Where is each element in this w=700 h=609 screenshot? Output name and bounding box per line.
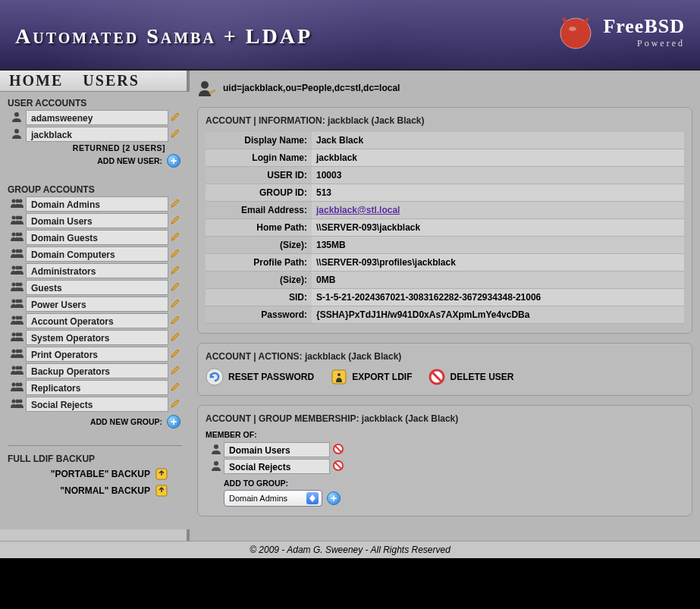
user-link-jackblack[interactable]: jackblack — [26, 127, 168, 142]
info-row: (Size): 0MB — [206, 272, 684, 289]
add-to-group-select[interactable]: Domain Admins — [224, 490, 322, 507]
pencil-icon[interactable] — [170, 231, 180, 242]
group-row: Social Rejects — [8, 397, 182, 412]
svg-point-19 — [19, 265, 23, 269]
reset-password-label: RESET PASSWORD — [228, 372, 314, 382]
group-icon — [10, 331, 24, 342]
export-icon — [331, 369, 347, 385]
user-large-icon — [197, 80, 217, 96]
svg-point-41 — [12, 399, 16, 403]
group-link[interactable]: Domain Users — [26, 213, 168, 228]
info-row: Password: {SSHA}PxTdJ1H/w941D0xAs7AXpmLm… — [206, 306, 684, 324]
reset-password-button[interactable]: RESET PASSWORD — [206, 368, 314, 386]
backup-heading: FULL LDIF BACKUP — [8, 454, 182, 464]
export-ldif-button[interactable]: EXPORT LDIF — [331, 369, 412, 385]
export-icon[interactable] — [155, 467, 168, 481]
info-value: 513 — [312, 184, 684, 202]
dn-text: uid=jackblack,ou=People,dc=stl,dc=local — [223, 83, 400, 93]
svg-point-52 — [214, 444, 218, 449]
group-link[interactable]: Backup Operators — [26, 363, 168, 378]
group-icon — [10, 215, 24, 225]
svg-point-23 — [12, 299, 16, 303]
user-row: jackblack — [8, 127, 182, 142]
freebsd-logo: FreeBSD Powered — [554, 11, 685, 53]
svg-point-38 — [12, 382, 16, 386]
add-group-button[interactable]: + — [167, 415, 180, 428]
pencil-icon[interactable] — [170, 128, 180, 139]
group-icon — [10, 348, 24, 359]
group-link[interactable]: Domain Admins — [26, 196, 168, 212]
pencil-icon[interactable] — [170, 265, 180, 275]
remove-icon[interactable] — [332, 460, 344, 472]
top-nav: HOME USERS — [0, 71, 187, 92]
svg-point-55 — [214, 461, 218, 466]
group-icon — [10, 248, 24, 259]
account-info-panel: ACCOUNT | INFORMATION: jackblack (Jack B… — [197, 107, 692, 334]
user-link-adamsweeney[interactable]: adamsweeney — [26, 110, 168, 125]
group-link[interactable]: Print Operators — [26, 347, 168, 362]
pencil-icon[interactable] — [170, 281, 180, 292]
add-to-group-button[interactable]: + — [327, 491, 341, 505]
user-icon — [11, 111, 23, 123]
pencil-icon[interactable] — [170, 298, 180, 309]
group-row: Backup Operators — [8, 363, 182, 378]
nav-users[interactable]: USERS — [83, 72, 139, 89]
pencil-icon[interactable] — [170, 365, 180, 375]
nav-home[interactable]: HOME — [9, 72, 63, 89]
account-info-title: ACCOUNT | INFORMATION: jackblack (Jack B… — [206, 115, 684, 126]
add-user-label: ADD NEW USER: — [97, 156, 162, 165]
delete-user-button[interactable]: DELETE USER — [428, 369, 513, 385]
svg-point-28 — [19, 315, 23, 319]
svg-point-8 — [12, 215, 16, 219]
info-row: Display Name: Jack Black — [206, 132, 684, 149]
svg-point-40 — [19, 382, 23, 386]
membership-name[interactable]: Social Rejects — [224, 459, 330, 474]
membership-name[interactable]: Domain Users — [224, 442, 330, 457]
pencil-icon[interactable] — [170, 381, 180, 392]
group-link[interactable]: Social Rejects — [26, 397, 168, 412]
group-row: System Operators — [8, 330, 182, 345]
group-link[interactable]: Account Operators — [26, 313, 168, 328]
footer-text: © 2009 - Adam G. Sweeney - All Rights Re… — [250, 545, 450, 555]
svg-point-34 — [19, 349, 23, 353]
svg-point-14 — [12, 249, 16, 253]
group-link[interactable]: Power Users — [26, 297, 168, 312]
group-link[interactable]: System Operators — [26, 330, 168, 345]
app-header: Automated Samba + LDAP FreeBSD Powered — [0, 0, 700, 71]
svg-point-22 — [19, 282, 23, 286]
pencil-icon[interactable] — [170, 248, 180, 259]
svg-point-20 — [12, 282, 16, 286]
group-link[interactable]: Domain Computers — [26, 246, 168, 262]
email-link[interactable]: jackblack@stl.local — [316, 205, 400, 215]
pencil-icon[interactable] — [170, 215, 180, 225]
group-icon — [10, 298, 24, 309]
select-arrows-icon — [306, 492, 319, 504]
info-value: Jack Black — [312, 132, 684, 149]
pencil-icon[interactable] — [170, 315, 180, 325]
remove-icon[interactable] — [332, 443, 344, 455]
group-link[interactable]: Domain Guests — [26, 230, 168, 245]
group-accounts-section: GROUP ACCOUNTS Domain Admins Domain User… — [8, 184, 182, 428]
group-link[interactable]: Replicators — [26, 380, 168, 395]
info-value: \\SERVER-093\jackblack — [312, 219, 684, 237]
info-label: Password: — [206, 306, 312, 324]
pencil-icon[interactable] — [170, 111, 180, 122]
group-row: Account Operators — [8, 313, 182, 328]
pencil-icon[interactable] — [170, 398, 180, 409]
group-row: Administrators — [8, 263, 182, 278]
info-value: 135MB — [312, 237, 684, 254]
export-icon[interactable] — [155, 484, 168, 498]
pencil-icon[interactable] — [170, 348, 180, 359]
info-row: Email Address: jackblack@stl.local — [206, 202, 684, 219]
svg-point-16 — [19, 249, 23, 253]
info-value: 10003 — [312, 167, 684, 184]
pencil-icon[interactable] — [170, 198, 180, 209]
svg-point-35 — [12, 366, 16, 369]
dn-bar: uid=jackblack,ou=People,dc=stl,dc=local — [197, 77, 692, 107]
svg-point-5 — [12, 199, 16, 202]
add-user-button[interactable]: + — [167, 154, 180, 168]
group-link[interactable]: Guests — [26, 280, 168, 295]
pencil-icon[interactable] — [170, 331, 180, 342]
group-link[interactable]: Administrators — [26, 263, 168, 278]
info-value: jackblack@stl.local — [312, 202, 684, 219]
